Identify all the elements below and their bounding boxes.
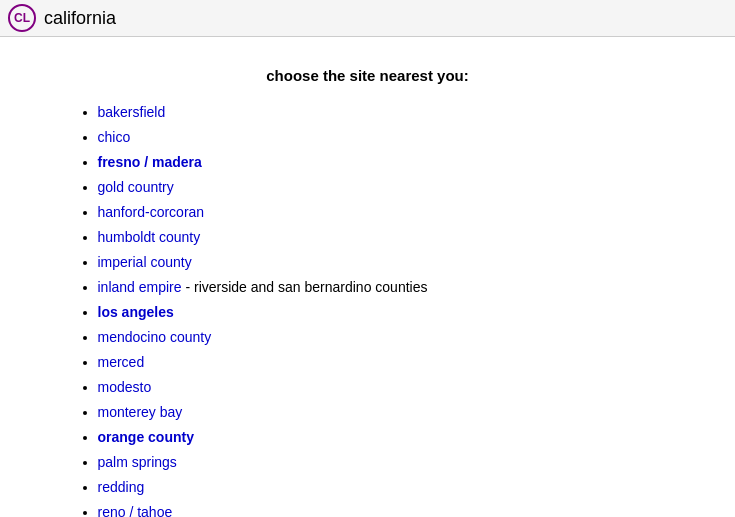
list-item: mendocino county [98, 327, 678, 348]
list-item: monterey bay [98, 402, 678, 423]
site-link[interactable]: hanford-corcoran [98, 204, 205, 220]
list-item: palm springs [98, 452, 678, 473]
list-item: imperial county [98, 252, 678, 273]
site-link[interactable]: orange county [98, 429, 194, 445]
site-link[interactable]: gold country [98, 179, 174, 195]
site-link[interactable]: chico [98, 129, 131, 145]
list-item: los angeles [98, 302, 678, 323]
sites-list: bakersfieldchicofresno / maderagold coun… [58, 102, 678, 517]
list-item: merced [98, 352, 678, 373]
list-item: inland empire - riverside and san bernar… [98, 277, 678, 298]
site-link[interactable]: monterey bay [98, 404, 183, 420]
site-link[interactable]: reno / tahoe [98, 504, 173, 517]
site-link[interactable]: palm springs [98, 454, 177, 470]
site-name: california [44, 8, 116, 29]
site-link[interactable]: merced [98, 354, 145, 370]
site-logo[interactable]: CL [8, 4, 36, 32]
list-item: hanford-corcoran [98, 202, 678, 223]
site-link[interactable]: redding [98, 479, 145, 495]
site-link[interactable]: bakersfield [98, 104, 166, 120]
list-item: bakersfield [98, 102, 678, 123]
list-item: fresno / madera [98, 152, 678, 173]
site-header: CL california [0, 0, 735, 37]
main-content: choose the site nearest you: bakersfield… [18, 37, 718, 517]
list-item: chico [98, 127, 678, 148]
list-item: humboldt county [98, 227, 678, 248]
site-link[interactable]: fresno / madera [98, 154, 202, 170]
list-item: redding [98, 477, 678, 498]
list-item: gold country [98, 177, 678, 198]
site-link[interactable]: modesto [98, 379, 152, 395]
list-item: modesto [98, 377, 678, 398]
site-link[interactable]: los angeles [98, 304, 174, 320]
logo-text: CL [14, 11, 30, 25]
site-link[interactable]: imperial county [98, 254, 192, 270]
site-link[interactable]: inland empire [98, 279, 182, 295]
list-item: orange county [98, 427, 678, 448]
site-link[interactable]: mendocino county [98, 329, 212, 345]
site-link[interactable]: humboldt county [98, 229, 201, 245]
list-item: reno / tahoe [98, 502, 678, 517]
choose-heading: choose the site nearest you: [58, 67, 678, 84]
site-extra-text: - riverside and san bernardino counties [182, 279, 428, 295]
